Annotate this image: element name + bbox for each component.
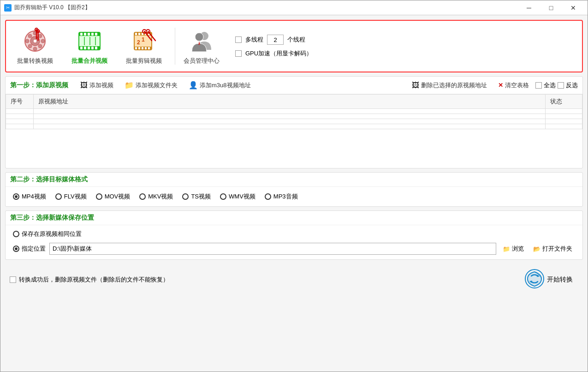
svg-rect-18	[80, 33, 83, 36]
table-row	[6, 124, 582, 129]
batch-convert-icon	[21, 27, 49, 55]
radio-save-same[interactable]	[13, 231, 19, 237]
file-table-body	[6, 109, 582, 129]
open-folder-button[interactable]: 📂 打开文件夹	[530, 244, 575, 254]
delete-video-icon: 🖼	[412, 81, 419, 90]
gpu-label: GPU加速（用显卡解码）	[245, 49, 312, 58]
add-video-button[interactable]: 🖼 添加视频	[76, 80, 118, 91]
title-bar: ✂ 固乔剪辑助手 V10.0 【固乔2】 ─ □ ✕	[0, 0, 588, 15]
invert-checkbox[interactable]	[558, 82, 564, 89]
invert-check[interactable]: 反选	[558, 81, 578, 90]
step2-header: 第二步：选择目标媒体格式	[6, 173, 582, 187]
step3-label: 第三步：选择新媒体保存位置	[10, 214, 94, 222]
format-wmv-label: WMV视频	[229, 192, 255, 201]
add-folder-button[interactable]: 📁 添加视频文件夹	[120, 79, 182, 91]
step1-actions: 🖼 添加视频 📁 添加视频文件夹 👤 添加m3u8视频地址	[76, 79, 255, 91]
format-mov-label: MOV视频	[105, 192, 131, 201]
svg-rect-20	[88, 33, 90, 36]
svg-rect-22	[95, 33, 97, 36]
batch-edit-button[interactable]: 2 1 批量剪辑视频	[119, 24, 169, 68]
batch-edit-icon: 2 1	[130, 27, 158, 55]
format-mov[interactable]: MOV视频	[96, 192, 131, 201]
maximize-button[interactable]: □	[540, 0, 562, 15]
select-all-check[interactable]: 全选	[535, 81, 556, 90]
thread-option-row: 多线程 个线程	[235, 35, 312, 45]
add-m3u8-icon: 👤	[189, 81, 198, 90]
thread-count-input[interactable]	[267, 35, 284, 45]
add-m3u8-button[interactable]: 👤 添加m3u8视频地址	[184, 79, 255, 91]
close-button[interactable]: ✕	[563, 0, 584, 15]
radio-mp3[interactable]	[265, 193, 271, 200]
save-path-input[interactable]	[49, 243, 496, 255]
browse-folder-icon: 📁	[503, 246, 510, 252]
col-seq-header: 序号	[6, 95, 34, 109]
add-m3u8-label: 添加m3u8视频地址	[200, 81, 251, 90]
format-mp3[interactable]: MP3音频	[265, 192, 298, 201]
format-flv-label: FLV视频	[64, 192, 87, 201]
col-path-header: 原视频地址	[34, 95, 546, 109]
svg-rect-21	[91, 33, 94, 36]
invert-label: 反选	[566, 81, 578, 90]
table-row	[6, 119, 582, 124]
batch-convert-button[interactable]: 批量转换视频	[10, 24, 60, 68]
svg-point-54	[527, 271, 542, 286]
svg-rect-40	[138, 47, 140, 49]
multi-thread-checkbox[interactable]	[235, 36, 242, 43]
svg-text:1: 1	[142, 36, 145, 43]
open-folder-icon: 📂	[533, 246, 540, 252]
delete-after-convert-checkbox[interactable]	[10, 276, 16, 283]
open-folder-label: 打开文件夹	[542, 245, 572, 253]
format-flv[interactable]: FLV视频	[55, 192, 87, 201]
delete-after-convert-row: 转换成功后，删除原视频文件（删除后的文件不能恢复）	[10, 276, 169, 284]
svg-point-4	[33, 47, 37, 51]
window-controls: ─ □ ✕	[518, 0, 584, 15]
format-ts[interactable]: TS视频	[182, 192, 211, 201]
table-row	[6, 114, 582, 119]
start-btn-area: 开始转换	[519, 267, 578, 292]
svg-rect-41	[142, 47, 143, 49]
save-custom-label: 指定位置	[22, 245, 46, 253]
minimize-button[interactable]: ─	[518, 0, 540, 15]
batch-merge-button[interactable]: 批量合并视频	[64, 24, 115, 68]
svg-rect-23	[80, 47, 83, 49]
start-convert-button[interactable]: 开始转换	[519, 267, 578, 292]
app-icon: ✂	[4, 4, 12, 12]
svg-rect-42	[145, 47, 147, 49]
table-row	[6, 109, 582, 114]
select-all-checkbox[interactable]	[535, 82, 542, 89]
save-custom-option[interactable]: 指定位置	[13, 245, 46, 253]
start-convert-label: 开始转换	[547, 276, 573, 284]
step3-body: 保存在原视频相同位置 指定位置 📁 浏览 📂 打开文件夹	[6, 225, 582, 259]
member-center-button[interactable]: 会员管理中心	[181, 27, 222, 65]
step1-header: 第一步：添加原视频 🖼 添加视频 📁 添加视频文件夹 👤 添加m3u8视频地址	[6, 77, 582, 94]
radio-mkv[interactable]	[139, 193, 146, 200]
gpu-checkbox[interactable]	[235, 50, 242, 57]
format-mkv-label: MKV视频	[148, 192, 173, 201]
radio-save-custom[interactable]	[13, 246, 19, 252]
format-mkv[interactable]: MKV视频	[139, 192, 173, 201]
format-mp4[interactable]: MP4视频	[13, 192, 46, 201]
svg-rect-35	[138, 33, 140, 35]
radio-flv[interactable]	[55, 193, 62, 200]
format-wmv[interactable]: WMV视频	[220, 192, 255, 201]
file-table-container: 序号 原视频地址 状态	[6, 94, 582, 168]
save-same-option[interactable]: 保存在原视频相同位置	[13, 230, 82, 238]
svg-point-5	[25, 39, 29, 43]
svg-point-9	[38, 34, 42, 38]
clear-table-button[interactable]: ✕ 清空表格	[493, 80, 534, 91]
svg-rect-43	[148, 47, 150, 49]
svg-rect-39	[135, 47, 137, 49]
step2-label: 第二步：选择目标媒体格式	[10, 175, 88, 184]
svg-rect-19	[84, 33, 86, 36]
radio-mp4[interactable]	[13, 193, 19, 200]
delete-after-convert-label: 转换成功后，删除原视频文件（删除后的文件不能恢复）	[19, 276, 169, 284]
clear-label: 清空表格	[505, 81, 529, 90]
add-video-label: 添加视频	[89, 81, 113, 90]
browse-button[interactable]: 📁 浏览	[500, 244, 527, 254]
radio-mov[interactable]	[96, 193, 102, 200]
radio-ts[interactable]	[182, 193, 189, 200]
batch-merge-icon	[76, 27, 103, 55]
main-window: ✂ 固乔剪辑助手 V10.0 【固乔2】 ─ □ ✕	[0, 0, 588, 372]
delete-video-button[interactable]: 🖼 删除已选择的原视频地址	[407, 80, 492, 91]
radio-wmv[interactable]	[220, 193, 226, 200]
